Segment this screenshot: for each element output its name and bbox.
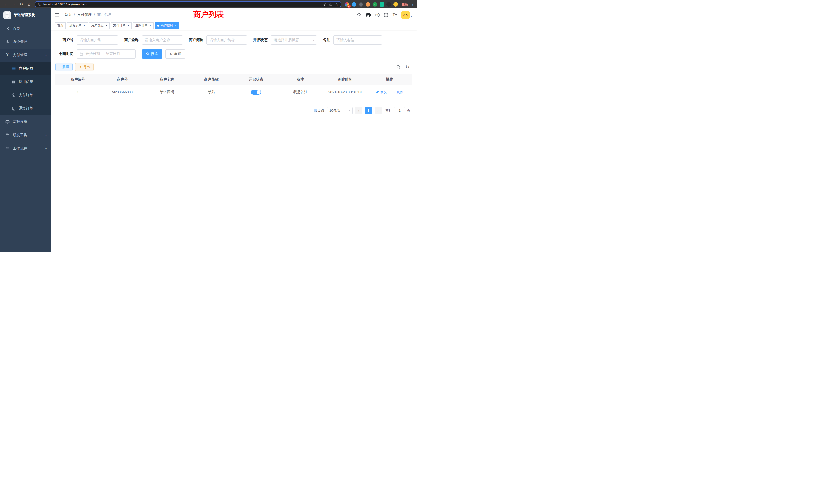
close-icon[interactable]: × [175,24,177,27]
tab-home[interactable]: 首页 [55,22,66,29]
col-merchant-no: 商户号 [100,74,145,85]
extension-check-icon[interactable]: ✓ [373,2,377,7]
caret-down-icon: ▾ [313,39,314,42]
sidebar-item-label: 研发工具 [13,133,27,138]
extension-sphere-icon[interactable] [359,2,363,7]
help-icon[interactable]: ? [375,13,379,17]
password-key-icon[interactable] [323,2,327,6]
reset-button[interactable]: ↻ 重置 [166,49,185,59]
sidebar-item-app-info[interactable]: 应用信息 [0,75,51,89]
navbar-actions: ? TT ▾ [357,11,412,19]
extension-colorwheel-icon[interactable] [345,2,349,7]
cell-create-time: 2021-10-23 08:31:14 [323,85,368,99]
tab-pay-order[interactable]: 支付订单 × [111,22,132,29]
extension-drop-icon[interactable] [352,2,356,7]
browser-update-button[interactable]: 更新 [401,2,408,7]
caret-down-icon: ▾ [349,109,351,112]
next-page-button[interactable]: › [375,107,382,114]
app-title: 芋道管理系统 [14,13,35,18]
github-icon[interactable] [366,13,371,18]
merchant-short-input[interactable] [206,36,247,45]
pencil-icon [376,90,379,94]
browser-home-icon[interactable]: ⌂ [26,1,32,7]
page-1-button[interactable]: 1 [365,107,372,114]
address-bar[interactable]: ⓘ localhost:1024/pay/merchant ☆ [35,1,341,7]
app-logo[interactable]: 芋道管理系统 [0,8,51,22]
edit-button[interactable]: 修改 [376,90,387,94]
sidebar-item-workflow[interactable]: 工作流程 ▾ [0,142,51,155]
chevron-down-icon: ▾ [45,147,47,150]
col-status: 开启状态 [234,74,278,85]
bookmark-star-icon[interactable]: ☆ [335,2,338,6]
browser-back-icon[interactable]: ← [3,1,9,7]
status-select[interactable]: 请选择开启状态 ▾ [271,36,317,45]
tab-refund-order[interactable]: 退款订单 × [133,22,154,29]
sidebar-item-devtools[interactable]: 研发工具 ▾ [0,129,51,142]
date-separator: - [102,52,104,56]
briefcase-icon [5,146,10,151]
extension-peach-icon[interactable] [366,2,370,7]
extension-pin-icon[interactable] [387,2,391,7]
gear-icon [5,40,10,44]
close-icon[interactable]: × [150,24,152,27]
sidebar-item-home[interactable]: 首页 [0,22,51,35]
site-info-icon[interactable]: ⓘ [38,2,41,7]
browser-forward-icon[interactable]: → [10,1,17,7]
goto-page-input[interactable] [394,107,405,114]
browser-menu-icon[interactable]: ⋮ [411,2,414,7]
user-menu[interactable]: ▾ [401,11,412,19]
breadcrumb-separator: / [74,13,75,17]
refresh-table-icon[interactable]: ↻ [406,64,409,70]
breadcrumb: 首页 / 支付管理 / 商户信息 [64,13,112,17]
extension-smiley-icon[interactable] [393,2,398,7]
url-text: localhost:1024/pay/merchant [43,2,321,6]
sidebar-fold-icon[interactable] [55,13,60,17]
page-size-select[interactable]: 10条/页 ▾ [327,107,353,114]
browser-reload-icon[interactable]: ↻ [18,1,25,7]
close-icon[interactable]: × [84,24,86,27]
pagination: 共 1 条 10条/页 ▾ ‹ 1 › 前往 页 [56,107,412,114]
breadcrumb-payment[interactable]: 支付管理 [77,13,92,17]
merchant-table: 商户编号 商户号 商户全称 商户简称 开启状态 备注 创建时间 操作 1 M23… [56,74,412,100]
remark-input[interactable] [333,36,382,45]
sidebar-group-payment: ¥ 支付管理 ▴ 商户信息 应用信息 [0,48,51,115]
col-full-name: 商户全称 [145,74,189,85]
prev-page-button[interactable]: ‹ [355,107,362,114]
header-search-icon[interactable] [357,13,361,17]
chevron-down-icon: ▾ [45,134,47,137]
cell-merchant-id: 1 [56,85,100,99]
main-area: 首页 / 支付管理 / 商户信息 ? TT [51,8,417,252]
grid-icon [11,80,16,84]
close-icon[interactable]: × [106,24,108,27]
add-button[interactable]: + 新增 [56,63,73,71]
merchant-name-input[interactable] [142,36,183,45]
export-button[interactable]: 导出 [75,63,94,71]
search-button[interactable]: 搜索 [142,49,162,59]
share-icon[interactable] [329,2,333,6]
sidebar-item-payment[interactable]: ¥ 支付管理 ▴ [0,48,51,62]
refresh-icon: ↻ [170,52,173,56]
font-size-icon[interactable]: TT [393,13,397,17]
extension-square-icon[interactable] [379,2,384,7]
sidebar-item-label: 系统管理 [13,40,27,44]
breadcrumb-home[interactable]: 首页 [64,13,72,17]
tab-merchant-info[interactable]: 商户信息 × [155,22,179,29]
sidebar-item-refund-order[interactable]: 退款订单 [0,102,51,115]
card-icon [11,66,16,71]
sidebar-item-system[interactable]: 系统管理 ▾ [0,35,51,48]
sidebar-item-pay-order[interactable]: 支付订单 [0,89,51,102]
sidebar-item-merchant-info[interactable]: 商户信息 [0,62,51,75]
status-switch[interactable] [251,90,261,95]
active-tab-dot [157,25,159,27]
create-time-range-picker[interactable]: 开始日期 - 结束日期 [76,49,136,59]
col-actions: 操作 [368,74,412,85]
fullscreen-icon[interactable] [384,13,388,17]
merchant-no-input[interactable] [76,36,118,45]
page-annotation-title: 商户列表 [193,9,224,20]
tab-user-group[interactable]: 用户分组 × [89,22,110,29]
tab-process-form[interactable]: 流程表单 × [67,22,88,29]
sidebar-item-infra[interactable]: 基础设施 ▾ [0,115,51,129]
delete-button[interactable]: 删除 [392,90,403,94]
close-icon[interactable]: × [127,24,129,27]
hide-search-icon[interactable] [396,65,400,69]
